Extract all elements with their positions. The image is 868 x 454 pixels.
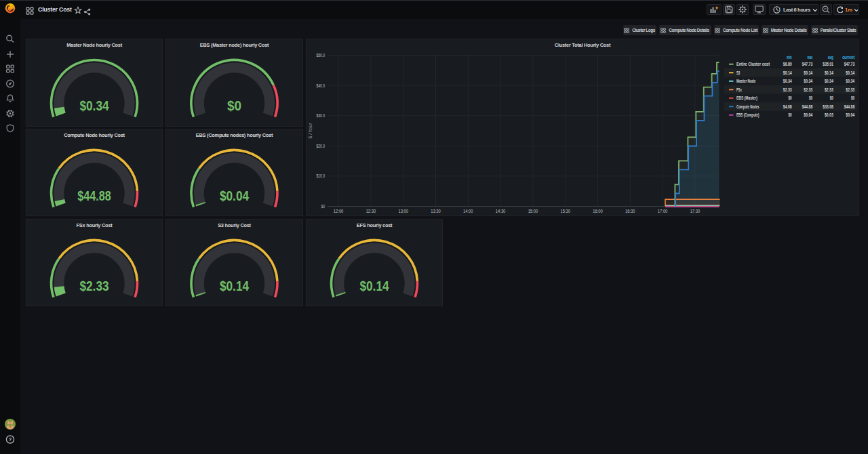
svg-text:$0.14: $0.14	[804, 70, 812, 76]
svg-text:FSx: FSx	[736, 87, 742, 92]
svg-text:max: max	[807, 55, 812, 60]
svg-text:$2.33: $2.33	[825, 87, 833, 93]
svg-text:$2.33: $2.33	[846, 87, 854, 93]
svg-text:$30.0: $30.0	[316, 113, 325, 118]
svg-text:$20.0: $20.0	[316, 144, 325, 148]
svg-text:$6.89: $6.89	[783, 62, 792, 67]
svg-text:min: min	[787, 55, 792, 60]
svg-text:$0: $0	[227, 98, 241, 113]
svg-text:$ / hour: $ / hour	[308, 123, 313, 139]
svg-text:Compute Nodes: Compute Nodes	[736, 104, 760, 110]
svg-text:$0: $0	[789, 112, 792, 118]
svg-text:$40.0: $40.0	[316, 83, 325, 88]
svg-text:$0.34: $0.34	[846, 79, 854, 84]
svg-text:Master Node: Master Node	[736, 79, 756, 83]
svg-text:12:00: 12:00	[334, 209, 344, 213]
svg-text:$0.34: $0.34	[825, 79, 833, 84]
svg-text:14:30: 14:30	[496, 209, 506, 213]
svg-text:$2.33: $2.33	[783, 87, 792, 93]
svg-text:$0.34: $0.34	[79, 98, 108, 113]
svg-text:$0.34: $0.34	[804, 79, 812, 84]
svg-text:$44.88: $44.88	[77, 188, 111, 203]
svg-text:$0: $0	[851, 96, 854, 101]
svg-text:EBS (Master): EBS (Master)	[736, 96, 757, 101]
svg-text:$0: $0	[789, 96, 792, 101]
svg-text:15:30: 15:30	[560, 209, 570, 213]
svg-text:$0.04: $0.04	[804, 112, 812, 118]
svg-text:17:30: 17:30	[690, 209, 701, 213]
svg-text:$0.14: $0.14	[359, 278, 389, 293]
svg-text:EBS (Compute): EBS (Compute)	[736, 112, 760, 118]
svg-text:$44.88: $44.88	[802, 104, 813, 110]
svg-text:12:30: 12:30	[366, 209, 376, 213]
svg-text:15:00: 15:00	[528, 209, 538, 213]
svg-text:$2.33: $2.33	[804, 87, 812, 93]
svg-text:$0.03: $0.03	[825, 112, 833, 118]
svg-text:$0.04: $0.04	[220, 188, 249, 203]
svg-text:$44.88: $44.88	[844, 104, 855, 110]
svg-text:$33.08: $33.08	[823, 104, 833, 110]
svg-text:avg: avg	[828, 55, 833, 60]
svg-text:$47.73: $47.73	[844, 62, 855, 67]
svg-text:$2.33: $2.33	[79, 278, 108, 293]
svg-text:current: current	[842, 55, 855, 60]
svg-text:13:00: 13:00	[398, 209, 408, 213]
svg-text:$0.04: $0.04	[846, 112, 854, 118]
svg-text:16:00: 16:00	[593, 209, 603, 213]
svg-text:$0.14: $0.14	[783, 70, 792, 76]
svg-text:$47.73: $47.73	[802, 62, 813, 67]
svg-text:S3: S3	[736, 70, 740, 75]
svg-text:$0: $0	[809, 96, 812, 101]
svg-text:$10.0: $10.0	[316, 173, 325, 178]
svg-text:$0.14: $0.14	[825, 70, 833, 76]
svg-text:$50.0: $50.0	[316, 53, 325, 58]
svg-text:$0.34: $0.34	[783, 79, 792, 84]
svg-text:17:00: 17:00	[658, 209, 668, 213]
svg-text:16:30: 16:30	[625, 209, 635, 213]
svg-text:$0.14: $0.14	[846, 70, 854, 76]
svg-text:$35.91: $35.91	[823, 62, 833, 67]
svg-text:$0.14: $0.14	[220, 278, 249, 293]
svg-text:13:30: 13:30	[431, 209, 441, 213]
svg-text:?: ?	[9, 436, 12, 442]
svg-text:$0: $0	[830, 96, 833, 101]
svg-text:Entire Cluster cost: Entire Cluster cost	[736, 62, 770, 66]
svg-text:$0: $0	[321, 204, 325, 209]
svg-text:$4.08: $4.08	[783, 104, 792, 110]
svg-text:14:00: 14:00	[463, 209, 473, 213]
